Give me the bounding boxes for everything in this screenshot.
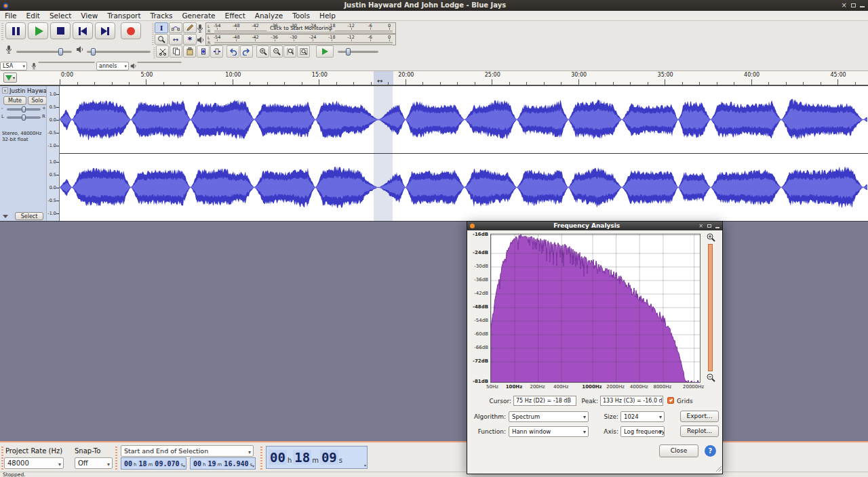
track-collapse-icon[interactable]: [3, 215, 8, 218]
timeline-options-button[interactable]: ▾: [3, 72, 17, 83]
play-button[interactable]: [28, 22, 48, 39]
grids-checkbox[interactable]: [667, 397, 674, 404]
edit-toolbar-grabber[interactable]: [153, 46, 155, 58]
minimize-icon[interactable]: [860, 6, 865, 7]
record-button[interactable]: [121, 22, 141, 39]
axis-select[interactable]: Log frequency: [620, 426, 665, 437]
time-digits[interactable]: 16.940: [223, 460, 249, 468]
size-select[interactable]: 1024: [620, 411, 665, 422]
menu-generate[interactable]: Generate: [177, 11, 220, 21]
waveform-channel-right[interactable]: [60, 154, 868, 221]
timeshift-tool-button[interactable]: ↔: [169, 34, 182, 45]
pan-slider-thumb[interactable]: [22, 115, 26, 121]
paste-button[interactable]: [183, 45, 196, 58]
fit-project-button[interactable]: [297, 45, 310, 58]
selection-end-time-field[interactable]: 00h19m16.940s▾: [190, 457, 256, 470]
solo-button[interactable]: Solo: [28, 96, 47, 105]
playback-speed-slider[interactable]: [338, 51, 378, 53]
trim-audio-button[interactable]: [197, 45, 210, 58]
replot-button[interactable]: Replot...: [680, 426, 719, 437]
chevron-down-icon[interactable]: ▾: [364, 463, 366, 468]
dialog-close-icon[interactable]: ×: [698, 223, 703, 230]
recording-volume-slider[interactable]: [16, 51, 72, 53]
dialog-titlebar[interactable]: Frequency Analysis ×: [467, 222, 722, 230]
menu-effect[interactable]: Effect: [220, 11, 250, 21]
chevron-down-icon[interactable]: ▾: [252, 463, 254, 468]
spectrum-pan-slider[interactable]: [708, 244, 713, 371]
redo-button[interactable]: [240, 45, 253, 58]
recording-volume-thumb[interactable]: [58, 48, 63, 56]
skip-to-end-button[interactable]: [95, 22, 115, 39]
skip-to-start-button[interactable]: [73, 22, 93, 39]
draw-tool-button[interactable]: [183, 22, 197, 33]
selection-range-mode-select[interactable]: Start and End of Selection: [121, 445, 254, 457]
zoom-out-vertical-icon[interactable]: [706, 373, 715, 382]
time-toolbar-grabber[interactable]: [260, 447, 262, 470]
vertical-ruler[interactable]: 1.00.50.0-0.5-1.01.00.50.0-0.5-1.0: [46, 86, 60, 221]
selection-toolbar-grabber[interactable]: [115, 447, 117, 470]
menu-file[interactable]: File: [0, 11, 22, 21]
algorithm-select[interactable]: Spectrum: [509, 411, 589, 422]
menu-transport[interactable]: Transport: [102, 11, 145, 21]
pause-button[interactable]: [5, 22, 26, 39]
export-button[interactable]: Export...: [680, 411, 719, 422]
spectrum-plot[interactable]: [490, 234, 701, 383]
menu-tracks[interactable]: Tracks: [146, 11, 178, 21]
time-digits[interactable]: 00: [193, 460, 202, 468]
waveform-channel-left[interactable]: [60, 86, 868, 153]
snap-to-select[interactable]: Off: [75, 457, 113, 469]
menu-edit[interactable]: Edit: [22, 11, 45, 21]
zoom-tool-button[interactable]: [155, 34, 168, 45]
maximize-icon[interactable]: [851, 3, 856, 7]
menu-tools[interactable]: Tools: [288, 11, 315, 21]
stop-button[interactable]: [50, 22, 71, 39]
time-digits[interactable]: 19: [207, 460, 216, 468]
chevron-down-icon[interactable]: ▾: [183, 463, 185, 468]
mute-button[interactable]: Mute: [3, 96, 26, 105]
play-at-speed-button[interactable]: [316, 45, 334, 58]
menu-select[interactable]: Select: [45, 11, 76, 21]
playback-speed-thumb[interactable]: [346, 48, 351, 56]
cut-button[interactable]: [156, 45, 169, 58]
track-select-button[interactable]: Select: [15, 212, 43, 220]
zoom-in-vertical-icon[interactable]: [706, 232, 715, 242]
timeline-ruler[interactable]: ▾ ↔ 0:005:0010:0015:0020:0025:0030:0035:…: [0, 71, 868, 85]
dialog-maximize-icon[interactable]: [707, 224, 711, 228]
recording-channels-select[interactable]: annels: [96, 62, 129, 70]
fit-selection-button[interactable]: [283, 45, 296, 58]
playback-volume-slider[interactable]: [87, 51, 151, 53]
selection-grab-icon[interactable]: ↔: [377, 77, 382, 85]
resize-grip-icon[interactable]: [714, 464, 722, 472]
playback-volume-thumb[interactable]: [91, 48, 96, 56]
tools-toolbar-grabber[interactable]: [152, 22, 154, 45]
menu-analyze[interactable]: Analyze: [250, 11, 288, 21]
silence-audio-button[interactable]: [210, 45, 223, 58]
menu-view[interactable]: View: [76, 11, 102, 21]
gain-slider-thumb[interactable]: [22, 106, 26, 112]
close-icon[interactable]: ×: [842, 2, 847, 9]
recording-meter[interactable]: Click to Start Monitoring LR-54-48-42-36…: [205, 22, 396, 34]
playback-device-select[interactable]: [137, 62, 182, 63]
audio-position-field[interactable]: 00h18m09s▾: [266, 446, 368, 469]
rate-toolbar-grabber[interactable]: [1, 447, 3, 470]
function-select[interactable]: Hann window: [509, 426, 589, 437]
transport-toolbar-grabber[interactable]: [1, 22, 3, 40]
project-rate-select[interactable]: 48000: [4, 457, 64, 469]
time-digits[interactable]: 00: [123, 460, 133, 468]
zoom-in-button[interactable]: [256, 45, 269, 58]
track-close-button[interactable]: ×: [2, 87, 8, 94]
copy-button[interactable]: [170, 45, 182, 58]
dialog-close-button[interactable]: Close: [659, 444, 698, 457]
playback-meter[interactable]: LR-54-48-42-36-30-24-18-12-60: [205, 34, 396, 45]
help-button[interactable]: ?: [705, 445, 716, 457]
time-digits[interactable]: 09.070: [154, 460, 180, 468]
time-digits[interactable]: 18: [138, 460, 147, 468]
track-title[interactable]: Justin Hayward And John Lodge - Blue Jay…: [9, 87, 52, 94]
time-digits[interactable]: 09: [320, 450, 338, 465]
dialog-minimize-icon[interactable]: [715, 227, 719, 228]
audio-host-select[interactable]: LSA: [0, 62, 27, 70]
time-digits[interactable]: 18: [293, 450, 311, 465]
undo-button[interactable]: [226, 45, 239, 58]
menu-help[interactable]: Help: [315, 11, 340, 21]
multi-tool-button[interactable]: *: [183, 34, 197, 45]
